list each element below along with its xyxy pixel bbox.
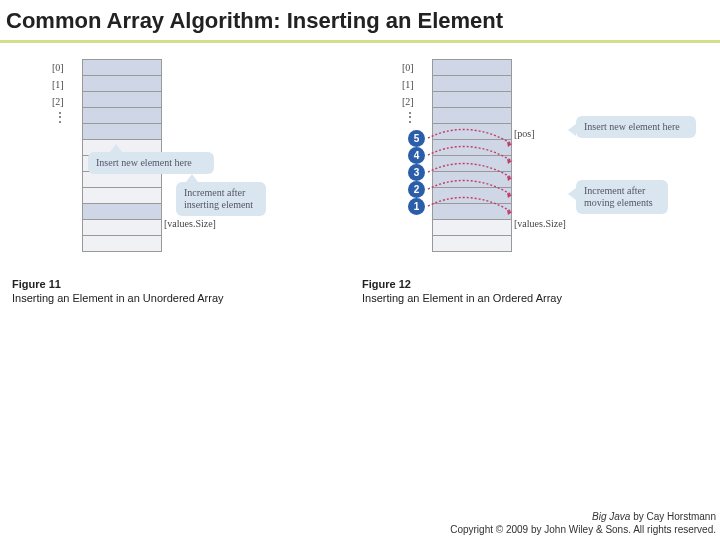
array-cell xyxy=(432,107,512,124)
step-dot: 2 xyxy=(408,181,425,198)
index-label: [2] xyxy=(402,96,414,107)
step-dot: 3 xyxy=(408,164,425,181)
title-rule xyxy=(0,40,720,43)
footer-line-1: Big Java by Cay Horstmann xyxy=(450,511,716,524)
callout-insert-here: Insert new element here xyxy=(88,152,214,174)
array-cell xyxy=(82,203,162,220)
array-cell xyxy=(82,123,162,140)
size-label: [values.Size] xyxy=(164,218,216,229)
array-cell xyxy=(82,187,162,204)
callout-insert-here: Insert new element here xyxy=(576,116,696,138)
figure-12: [0] [1] [2] ⋮ [pos] [values.Size] xyxy=(360,58,700,318)
figures-area: [0] [1] [2] ⋮ [values.Size] Insert new e… xyxy=(10,58,710,318)
callout-increment: Increment after inserting element xyxy=(176,182,266,216)
slide-footer: Big Java by Cay Horstmann Copyright © 20… xyxy=(450,511,716,536)
book-title: Big Java xyxy=(592,511,630,522)
figure-number: Figure 12 xyxy=(362,278,411,290)
figure-number: Figure 11 xyxy=(12,278,61,290)
pos-label: [pos] xyxy=(514,128,535,139)
array-cell xyxy=(82,107,162,124)
step-dot: 1 xyxy=(408,198,425,215)
array-cell xyxy=(82,219,162,236)
array-cell xyxy=(432,235,512,252)
array-cell xyxy=(432,59,512,76)
index-label: [0] xyxy=(52,62,64,73)
array-cell xyxy=(82,91,162,108)
figure-caption-text: Inserting an Element in an Unordered Arr… xyxy=(12,292,224,304)
array-cell xyxy=(82,59,162,76)
array-cell xyxy=(82,75,162,92)
step-dots: 5 4 3 2 1 xyxy=(408,130,425,215)
index-label: [0] xyxy=(402,62,414,73)
move-arrow-icon xyxy=(426,198,512,222)
array-cell xyxy=(432,91,512,108)
ellipsis-icon: ⋮ xyxy=(404,110,418,124)
array-cell xyxy=(82,235,162,252)
array-cell xyxy=(432,75,512,92)
footer-copyright: Copyright © 2009 by John Wiley & Sons. A… xyxy=(450,524,716,537)
index-label: [1] xyxy=(52,79,64,90)
slide: Common Array Algorithm: Inserting an Ele… xyxy=(0,0,720,540)
ellipsis-icon: ⋮ xyxy=(54,110,68,124)
size-label: [values.Size] xyxy=(514,218,566,229)
index-label: [2] xyxy=(52,96,64,107)
step-dot: 5 xyxy=(408,130,425,147)
index-label: [1] xyxy=(402,79,414,90)
figure-caption-text: Inserting an Element in an Ordered Array xyxy=(362,292,562,304)
callout-increment: Increment after moving elements xyxy=(576,180,668,214)
figure-caption: Figure 12 Inserting an Element in an Ord… xyxy=(362,278,562,304)
figure-11: [0] [1] [2] ⋮ [values.Size] Insert new e… xyxy=(10,58,350,318)
footer-author: by Cay Horstmann xyxy=(630,511,716,522)
step-dot: 4 xyxy=(408,147,425,164)
page-title: Common Array Algorithm: Inserting an Ele… xyxy=(0,0,720,38)
figure-caption: Figure 11 Inserting an Element in an Uno… xyxy=(12,278,224,304)
